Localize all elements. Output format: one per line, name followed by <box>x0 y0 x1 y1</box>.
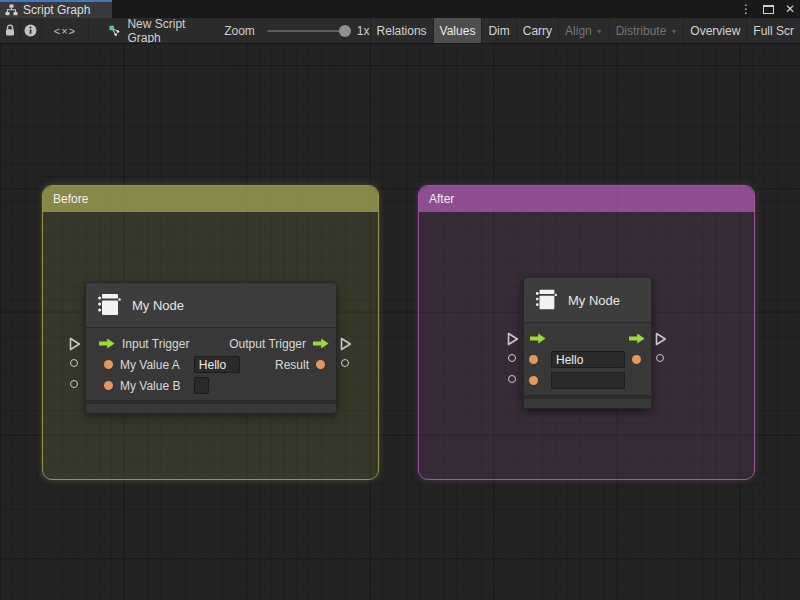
value-port-icon <box>529 376 538 385</box>
port-my-value-a[interactable] <box>529 351 625 368</box>
ext-trigger-port-in[interactable] <box>69 337 81 351</box>
toolbar-right-buttons: Relations Values Dim Carry Align ▼ Distr… <box>370 18 800 43</box>
value-port-icon <box>104 360 113 369</box>
trigger-arrow-icon <box>99 338 115 349</box>
tab-script-graph[interactable]: Script Graph <box>0 0 112 18</box>
distribute-dropdown[interactable]: Distribute ▼ <box>609 18 684 43</box>
ext-value-port-in-a[interactable] <box>70 359 78 367</box>
node-header[interactable]: My Node <box>86 283 336 328</box>
info-icon <box>24 24 37 37</box>
graph-toolbar: <×> New Script Graph Zoom 1x Relations V… <box>0 18 800 44</box>
values-button[interactable]: Values <box>433 18 482 43</box>
value-port-icon <box>632 355 641 364</box>
port-my-value-b[interactable] <box>529 372 625 389</box>
trigger-arrow-icon <box>313 338 329 349</box>
ext-value-port-in-a[interactable] <box>508 354 516 362</box>
window-menu-icon[interactable]: ⋮ <box>740 0 752 18</box>
relations-button[interactable]: Relations <box>370 18 433 43</box>
graph-canvas[interactable]: Before After My Node Input Trigger <box>0 44 800 600</box>
port-input-trigger[interactable] <box>530 333 546 344</box>
node-default-icon <box>533 287 559 313</box>
value-port-icon <box>104 381 113 390</box>
window-close-icon[interactable]: ✕ <box>785 0 795 18</box>
zoom-value: 1x <box>357 24 370 38</box>
zoom-label: Zoom <box>224 24 255 38</box>
code-icon: <×> <box>54 25 76 37</box>
ext-value-port-in-b[interactable] <box>70 380 78 388</box>
value-a-input[interactable] <box>194 356 240 373</box>
zoom-control: Zoom 1x <box>224 18 369 43</box>
overview-button[interactable]: Overview <box>683 18 746 43</box>
tab-bar: Script Graph ⋮ ✕ <box>0 0 800 18</box>
port-result[interactable] <box>632 355 641 364</box>
node-before-my-node[interactable]: My Node Input Trigger Output Trigger My … <box>85 282 337 414</box>
value-b-input[interactable] <box>551 372 625 389</box>
zoom-slider-handle[interactable] <box>339 25 351 37</box>
node-title: My Node <box>568 293 620 308</box>
port-my-value-a[interactable]: My Value A <box>104 356 240 373</box>
script-graph-window: { "tab_bar": { "tab_title": "Script Grap… <box>0 0 800 600</box>
trigger-arrow-icon <box>629 333 645 344</box>
value-port-icon <box>529 355 538 364</box>
graph-hierarchy-icon <box>5 4 18 16</box>
node-footer <box>524 399 651 408</box>
port-result[interactable]: Result <box>275 358 325 372</box>
node-default-icon <box>95 291 123 319</box>
port-output-trigger[interactable] <box>629 333 645 344</box>
carry-button[interactable]: Carry <box>516 18 558 43</box>
dim-button[interactable]: Dim <box>481 18 515 43</box>
new-graph-label: New Script Graph <box>127 18 198 44</box>
fullscreen-button[interactable]: Full Scr <box>746 18 800 43</box>
value-port-icon <box>316 360 325 369</box>
ext-trigger-port-in[interactable] <box>507 332 519 346</box>
value-b-input[interactable] <box>194 377 209 394</box>
node-header[interactable]: My Node <box>524 278 651 323</box>
lock-icon <box>4 24 16 37</box>
chevron-down-icon: ▼ <box>596 26 603 35</box>
port-input-trigger[interactable]: Input Trigger <box>99 337 189 351</box>
port-output-trigger[interactable]: Output Trigger <box>229 337 329 351</box>
new-script-graph-button[interactable]: New Script Graph <box>105 18 202 43</box>
node-ports: Input Trigger Output Trigger My Value A … <box>86 328 336 400</box>
ext-value-port-in-b[interactable] <box>508 375 516 383</box>
window-controls: ⋮ ✕ <box>740 0 795 18</box>
info-button[interactable] <box>21 18 42 43</box>
ext-trigger-port-out[interactable] <box>655 332 667 346</box>
group-after-header[interactable]: After <box>419 186 754 212</box>
lock-button[interactable] <box>0 18 21 43</box>
ext-trigger-port-out[interactable] <box>340 337 352 351</box>
group-before-header[interactable]: Before <box>43 186 378 212</box>
code-view-button[interactable]: <×> <box>42 18 90 43</box>
port-my-value-b[interactable]: My Value B <box>104 377 209 394</box>
trigger-arrow-icon <box>530 333 546 344</box>
chevron-down-icon: ▼ <box>670 26 677 35</box>
script-graph-asset-icon <box>109 23 120 38</box>
value-a-input[interactable] <box>551 351 625 368</box>
node-ports <box>524 323 651 395</box>
ext-value-port-out-result[interactable] <box>656 354 664 362</box>
align-dropdown[interactable]: Align ▼ <box>558 18 609 43</box>
node-title: My Node <box>132 298 184 313</box>
group-after-title: After <box>429 192 454 206</box>
zoom-slider[interactable] <box>267 30 347 32</box>
group-before-title: Before <box>53 192 88 206</box>
node-after-my-node[interactable]: My Node <box>523 277 652 409</box>
ext-value-port-out-result[interactable] <box>341 359 349 367</box>
window-maximize-icon[interactable] <box>763 5 774 14</box>
tab-title: Script Graph <box>23 3 90 17</box>
node-footer <box>86 404 336 413</box>
